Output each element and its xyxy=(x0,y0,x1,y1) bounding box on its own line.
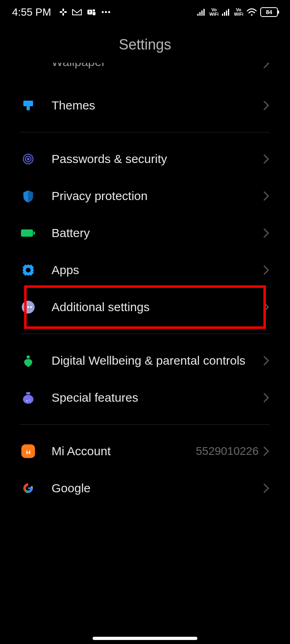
section-divider xyxy=(20,132,270,132)
list-item-label: Apps xyxy=(52,262,263,278)
chevron-right-icon xyxy=(263,190,270,202)
chevron-right-icon xyxy=(263,301,270,313)
svg-point-31 xyxy=(27,355,30,359)
list-item-digital-wellbeing[interactable]: Digital Wellbeing & parental controls xyxy=(12,342,278,379)
list-item-apps[interactable]: Apps xyxy=(12,252,278,289)
list-item-label: Wallpaper xyxy=(52,63,263,69)
list-item-passwords-security[interactable]: Passwords & security xyxy=(12,140,278,178)
svg-point-18 xyxy=(251,14,253,16)
signal-2-icon xyxy=(222,8,231,16)
svg-text:T: T xyxy=(89,10,91,14)
chevron-right-icon xyxy=(263,355,270,366)
mi-logo-icon: ⲙ xyxy=(20,443,36,459)
svg-point-34 xyxy=(27,400,28,402)
gear-icon xyxy=(20,262,36,278)
battery-level: 84 xyxy=(266,9,272,15)
svg-rect-11 xyxy=(199,12,201,16)
svg-rect-17 xyxy=(228,9,229,16)
battery-icon: 84 xyxy=(260,7,278,17)
slack-icon xyxy=(59,7,67,17)
svg-point-9 xyxy=(108,11,110,13)
status-bar: 4:55 PM T Vo WiFi Vo WiFi xyxy=(0,0,290,24)
vowifi-bottom: WiFi xyxy=(209,12,219,17)
wallpaper-icon xyxy=(20,63,36,69)
section-divider xyxy=(20,424,270,425)
page-title: Settings xyxy=(0,36,290,53)
vowifi-bottom-2: WiFi xyxy=(234,12,243,17)
status-right: Vo WiFi Vo WiFi 84 xyxy=(197,7,278,17)
list-item-label: Mi Account xyxy=(52,444,196,459)
chevron-right-icon xyxy=(263,100,270,111)
list-item-label: Additional settings xyxy=(52,299,263,315)
list-item-additional-settings[interactable]: Additional settings xyxy=(12,289,278,326)
wifi-icon xyxy=(246,7,257,17)
dots-circle-icon xyxy=(20,299,36,315)
list-item-label: Google xyxy=(52,481,263,496)
svg-rect-12 xyxy=(201,10,203,16)
list-item-label: Themes xyxy=(52,98,263,113)
shield-icon xyxy=(20,188,36,204)
status-left: 4:55 PM T xyxy=(12,6,111,19)
list-item-privacy[interactable]: Privacy protection xyxy=(12,178,278,215)
svg-point-26 xyxy=(26,268,31,272)
mi-account-value: 5529010226 xyxy=(196,445,259,458)
svg-rect-20 xyxy=(27,106,30,110)
svg-point-35 xyxy=(29,400,30,400)
list-item-label: Battery xyxy=(52,225,263,241)
svg-point-23 xyxy=(27,158,29,160)
list-item-special-features[interactable]: Special features xyxy=(12,379,278,416)
gmail-icon xyxy=(72,7,82,17)
svg-rect-13 xyxy=(203,9,205,16)
svg-rect-19 xyxy=(23,101,33,106)
fingerprint-icon xyxy=(20,151,36,167)
svg-rect-10 xyxy=(197,14,199,16)
svg-rect-38 xyxy=(28,487,33,489)
svg-point-28 xyxy=(25,306,27,308)
flask-icon xyxy=(20,390,36,406)
list-item-themes[interactable]: Themes xyxy=(12,87,278,124)
chevron-right-icon xyxy=(263,264,270,276)
status-time: 4:55 PM xyxy=(12,6,51,19)
svg-rect-15 xyxy=(224,12,225,16)
svg-rect-0 xyxy=(62,8,64,11)
signal-1-icon xyxy=(197,8,206,16)
settings-list: Wallpaper Themes Passwords & security Pr… xyxy=(0,63,290,507)
wellbeing-icon xyxy=(20,353,36,369)
teams-icon: T xyxy=(87,7,96,17)
page-header: Settings xyxy=(0,24,290,65)
svg-point-30 xyxy=(30,306,32,308)
svg-point-7 xyxy=(102,11,104,13)
list-item-label: Passwords & security xyxy=(52,151,263,167)
vowifi-2-icon: Vo WiFi xyxy=(234,8,243,17)
chevron-right-icon xyxy=(263,227,270,239)
svg-rect-16 xyxy=(226,10,227,16)
chevron-right-icon xyxy=(263,63,270,69)
chevron-right-icon xyxy=(263,153,270,165)
chevron-right-icon xyxy=(263,392,270,403)
svg-rect-25 xyxy=(33,231,35,235)
svg-rect-32 xyxy=(26,392,30,394)
svg-rect-2 xyxy=(60,11,62,13)
svg-rect-1 xyxy=(62,13,64,16)
chevron-right-icon xyxy=(263,483,270,494)
list-item-label: Digital Wellbeing & parental controls xyxy=(52,353,263,368)
svg-rect-3 xyxy=(64,11,67,13)
list-item-battery[interactable]: Battery xyxy=(12,215,278,252)
svg-rect-14 xyxy=(222,14,223,16)
vowifi-1-icon: Vo WiFi xyxy=(209,8,219,17)
google-logo-icon xyxy=(20,480,36,496)
themes-icon xyxy=(20,97,36,114)
list-item-google[interactable]: Google xyxy=(12,470,278,507)
chevron-right-icon xyxy=(263,446,270,457)
list-item-wallpaper[interactable]: Wallpaper xyxy=(12,63,278,87)
svg-point-6 xyxy=(93,9,95,12)
list-item-mi-account[interactable]: ⲙ Mi Account 5529010226 xyxy=(12,433,278,470)
svg-point-33 xyxy=(23,395,33,404)
battery-setting-icon xyxy=(20,225,36,241)
list-item-label: Special features xyxy=(52,390,263,405)
home-indicator[interactable] xyxy=(93,637,197,640)
svg-point-29 xyxy=(27,306,29,308)
svg-point-8 xyxy=(105,11,107,13)
svg-text:ⲙ: ⲙ xyxy=(26,448,31,456)
section-divider xyxy=(20,334,270,334)
